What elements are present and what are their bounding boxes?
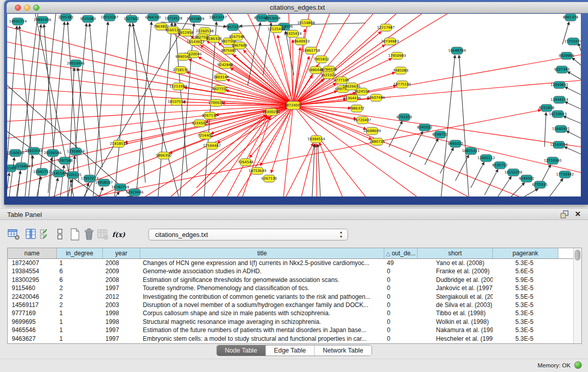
table-row[interactable]: 969969511998Structural magnetic resonanc… xyxy=(8,318,573,326)
cell-short[interactable]: Yano et al. (2008) xyxy=(418,259,493,267)
graph-node[interactable]: 16648784 xyxy=(448,47,466,54)
cell-year[interactable]: 2008 xyxy=(103,259,140,267)
cell-pagerank[interactable]: 5.9E-5 xyxy=(493,276,558,284)
graph-node[interactable]: 18107552 xyxy=(168,98,186,105)
tab-network-table[interactable]: Network Table xyxy=(315,345,372,356)
tab-edge-table[interactable]: Edge Table xyxy=(266,345,314,356)
cell-in_degree[interactable]: 1 xyxy=(57,259,103,267)
graph-node[interactable]: 9242848 xyxy=(217,61,233,69)
graph-node[interactable]: 1880725 xyxy=(369,138,385,145)
graph-node[interactable]: 7485083 xyxy=(393,67,408,74)
graph-node[interactable]: 17594487 xyxy=(203,142,221,149)
graph-node[interactable]: 6267130 xyxy=(262,175,277,182)
cell-out_degree[interactable]: 0 xyxy=(384,326,418,334)
graph-node[interactable]: 8249751 xyxy=(432,131,448,138)
table-row[interactable]: 1830029562008Estimation of significance … xyxy=(8,276,573,284)
vertical-scrollbar[interactable] xyxy=(573,248,581,343)
network-graph[interactable]: 1405572420891406220538195150831055328715… xyxy=(7,14,581,196)
cell-year[interactable]: 1998 xyxy=(103,309,140,317)
graph-node[interactable]: 9515083 xyxy=(80,15,96,23)
graph-node[interactable]: 7955812 xyxy=(314,56,329,63)
cell-name[interactable]: 9115460 xyxy=(8,284,57,292)
cell-title[interactable]: Disruption of a novel member of a sodium… xyxy=(140,301,384,309)
graph-node[interactable]: 9875685 xyxy=(221,47,236,54)
graph-node[interactable]: 8186328 xyxy=(206,35,222,42)
table-row[interactable]: 1872400712008Changes of HCN gene express… xyxy=(8,259,573,267)
cell-short[interactable]: Franke et al. (2009) xyxy=(418,267,493,275)
graph-node[interactable]: 7986372 xyxy=(349,105,364,112)
graph-node[interactable]: 10553287 xyxy=(101,14,119,21)
cell-out_degree[interactable]: 0 xyxy=(384,301,418,309)
graph-node[interactable]: 17850983 xyxy=(388,52,406,59)
cell-in_degree[interactable]: 6 xyxy=(57,276,103,284)
graph-node[interactable]: 12942757 xyxy=(33,168,51,176)
graph-node[interactable]: 9890561 xyxy=(176,53,191,60)
graph-node[interactable]: 6466160 xyxy=(145,14,161,21)
cell-short[interactable]: Dudbridge et al. (2008) xyxy=(418,276,493,284)
graph-node[interactable]: 18724007 xyxy=(285,101,302,110)
cell-in_degree[interactable]: 1 xyxy=(57,318,103,326)
graph-node[interactable]: 18775105 xyxy=(394,81,411,88)
cell-title[interactable]: Estimation of significance thresholds fo… xyxy=(140,276,384,284)
cell-out_degree[interactable]: 0 xyxy=(384,276,418,284)
cell-in_degree[interactable]: 1 xyxy=(57,309,103,317)
cell-in_degree[interactable]: 2 xyxy=(57,301,103,309)
column-header-out_degree[interactable]: △out_de... xyxy=(384,248,418,258)
graph-node[interactable]: 6772035 xyxy=(532,181,548,188)
graph-node[interactable]: 8135752 xyxy=(492,162,508,169)
table-row[interactable]: 946362711997Embryonic stem cells: a mode… xyxy=(8,335,573,343)
delete-column-icon[interactable] xyxy=(82,228,96,241)
graph-node[interactable]: 10653247 xyxy=(209,14,227,21)
graph-node[interactable]: 12405112 xyxy=(477,155,495,162)
graph-node[interactable]: 10607486 xyxy=(367,94,385,101)
cell-year[interactable]: 2009 xyxy=(103,267,140,275)
column-header-in_degree[interactable]: in_degree xyxy=(57,248,103,258)
graph-node[interactable]: 8267130 xyxy=(202,112,217,119)
graph-node[interactable]: 10719128 xyxy=(165,15,183,22)
graph-node[interactable]: 16033809 xyxy=(187,15,205,23)
graph-node[interactable]: 20053346 xyxy=(67,60,85,67)
graph-node[interactable]: 12710340 xyxy=(544,157,562,164)
graph-node[interactable]: 16961758 xyxy=(302,47,320,54)
cell-pagerank[interactable]: 5.3E-5 xyxy=(493,335,558,343)
table-row[interactable]: 2242004622012Investigating the contribut… xyxy=(8,293,573,301)
cell-title[interactable]: Embryonic stem cells: a model to study s… xyxy=(140,335,384,343)
table-row[interactable]: 977716911998Corpus callosum shape and si… xyxy=(8,309,573,317)
graph-node[interactable]: 12217987 xyxy=(377,24,395,31)
cell-short[interactable]: de Silva et al. (2003) xyxy=(418,301,493,309)
graph-node[interactable]: 15923148 xyxy=(25,147,43,155)
column-header-year[interactable]: year xyxy=(103,248,140,258)
graph-node[interactable]: 18300295 xyxy=(263,108,280,116)
graph-node[interactable]: 8427552 xyxy=(212,85,228,93)
graph-node[interactable]: 12213399 xyxy=(169,83,187,90)
graph-node[interactable]: 10688609 xyxy=(363,127,381,135)
graph-node[interactable]: 3624554 xyxy=(354,88,369,95)
cell-name[interactable]: 9699695 xyxy=(8,318,57,326)
graph-node[interactable]: 8912954 xyxy=(178,29,193,36)
cell-title[interactable]: Tourette syndrome. Phenomenology and cla… xyxy=(140,284,384,292)
float-panel-icon[interactable] xyxy=(560,210,569,218)
cell-title[interactable]: Changes of HCN gene expression and I(f) … xyxy=(140,259,384,267)
graph-node[interactable]: 21818513 xyxy=(110,140,128,147)
cell-name[interactable]: 22420046 xyxy=(8,293,57,301)
column-header-name[interactable]: name xyxy=(8,248,57,258)
cell-out_degree[interactable]: 0 xyxy=(384,335,418,343)
cell-out_degree[interactable]: 0 xyxy=(384,284,418,292)
cell-name[interactable]: 9777169 xyxy=(8,309,57,317)
cell-in_degree[interactable]: 1 xyxy=(57,326,103,334)
graph-node[interactable]: 8167546 xyxy=(229,33,245,40)
graph-node[interactable]: 25160650 xyxy=(7,149,24,157)
cell-pagerank[interactable]: 5.6E-5 xyxy=(493,267,558,275)
table-row[interactable]: 946554611997Estimation of the future num… xyxy=(8,326,573,334)
cell-pagerank[interactable]: 5.3E-5 xyxy=(493,309,558,317)
cell-title[interactable]: Structural magnetic resonance image aver… xyxy=(140,318,384,326)
cell-pagerank[interactable]: 5.3E-5 xyxy=(493,318,558,326)
graph-node[interactable]: 8901374 xyxy=(563,14,578,21)
cell-year[interactable]: 1997 xyxy=(103,284,140,292)
scrollbar-thumb[interactable] xyxy=(575,250,580,260)
cell-pagerank[interactable]: 5.3E-5 xyxy=(493,259,558,267)
graph-node[interactable]: 10154808 xyxy=(297,19,315,27)
cell-in_degree[interactable]: 6 xyxy=(57,267,103,275)
table-selector-dropdown[interactable]: citations_edges.txt ▲▼ xyxy=(148,229,348,240)
cell-name[interactable]: 9463627 xyxy=(8,335,57,343)
